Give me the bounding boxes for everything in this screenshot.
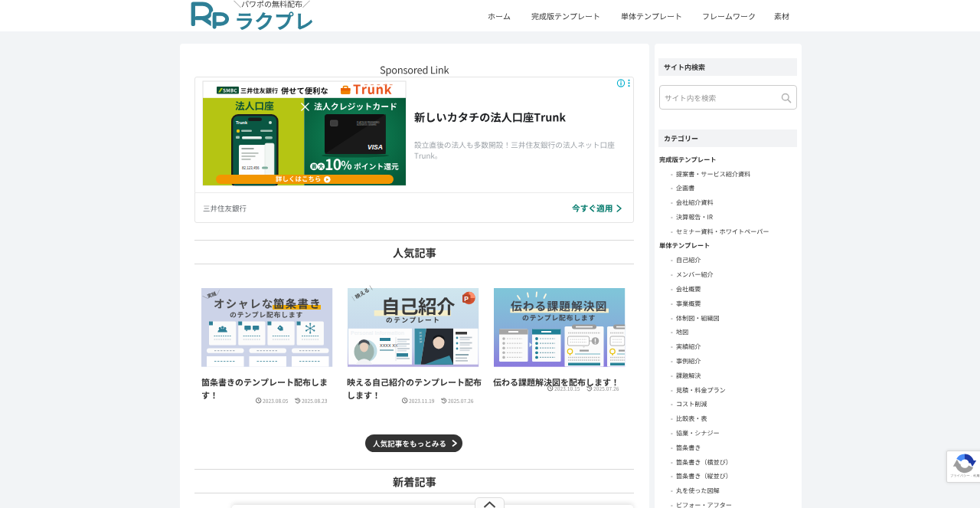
svg-text:82,123,456: 82,123,456 [242,166,260,170]
svg-text:PLATINUM PREFERRED: PLATINUM PREFERRED [357,121,380,124]
svg-text:Trunk: Trunk [236,120,248,125]
svg-text:Personal Information: Personal Information [351,330,404,336]
svg-text:XXXX XX: XXXX XX [380,343,398,348]
svg-text:BUSINESS OWNERS: BUSINESS OWNERS [357,123,377,126]
svg-text:VISA: VISA [368,143,383,151]
svg-text:X X X X: X X X X [418,332,423,343]
